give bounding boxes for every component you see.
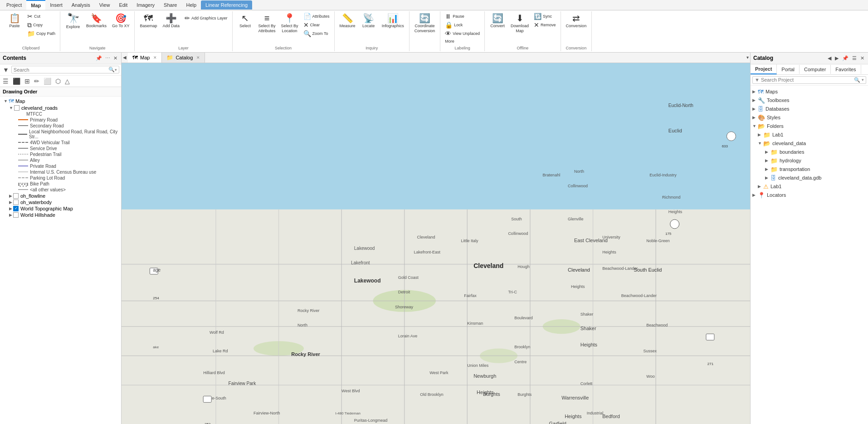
- tab-edit[interactable]: Edit: [114, 0, 132, 10]
- catalog-tab-computer[interactable]: Computer: [800, 65, 831, 74]
- tab-view[interactable]: View: [95, 0, 115, 10]
- tab-share[interactable]: Share: [159, 0, 181, 10]
- tree-item-world-topo[interactable]: ▶ ✓ World Topographic Map: [0, 205, 121, 212]
- hydrology-expand-icon[interactable]: ▶: [765, 158, 770, 163]
- ctree-cleveland-data[interactable]: ▼ 📂 cleveland_data: [751, 139, 868, 148]
- attributes-button[interactable]: 📄 Attributes: [302, 12, 332, 20]
- styles-expand-icon[interactable]: ▶: [752, 115, 757, 120]
- catalog-nav-back[interactable]: ◀: [827, 54, 832, 62]
- ctree-locators[interactable]: ▶ 📍 Locators: [751, 191, 868, 200]
- map-tab-map-close[interactable]: ✕: [153, 55, 157, 60]
- ctree-folders[interactable]: ▼ 📂 Folders: [751, 122, 868, 131]
- tab-map[interactable]: Map: [26, 0, 45, 10]
- explore-button[interactable]: 🔭 Explore: [63, 12, 83, 31]
- conversion-button[interactable]: ⇄ Conversion: [564, 12, 589, 30]
- oh-flowline-checkbox[interactable]: [13, 193, 19, 199]
- world-topo-checkbox[interactable]: ✓: [13, 206, 19, 211]
- ctree-databases[interactable]: ▶ 🗄 Databases: [751, 105, 868, 113]
- oh-waterbody-checkbox[interactable]: [13, 200, 19, 205]
- tree-item-oh-waterbody[interactable]: ▶ oh_waterbody: [0, 199, 121, 205]
- catalog-search-dropdown[interactable]: ▾: [862, 78, 864, 82]
- locators-expand-icon[interactable]: ▶: [752, 193, 757, 197]
- edit-layer-icon[interactable]: ✏: [33, 77, 40, 86]
- databases-expand-icon[interactable]: ▶: [752, 107, 757, 111]
- layers-icon[interactable]: ⬛: [12, 77, 21, 86]
- cleveland-roads-checkbox[interactable]: [14, 105, 20, 111]
- tab-insert[interactable]: Insert: [45, 0, 67, 10]
- tree-item-world-hillshade[interactable]: ▶ World Hillshade: [0, 212, 121, 218]
- ctree-styles[interactable]: ▶ 🎨 Styles: [751, 113, 868, 122]
- cleveland-roads-expand-icon[interactable]: ▼: [9, 106, 13, 110]
- catalog-auto-hide-button[interactable]: 📌: [841, 54, 849, 62]
- search-dropdown-icon[interactable]: ▾: [115, 68, 117, 72]
- ctree-boundaries[interactable]: ▶ 📁 boundaries: [751, 148, 868, 156]
- folders-expand-icon[interactable]: ▼: [752, 124, 757, 128]
- pause-button[interactable]: ⏸ Pause: [443, 12, 482, 20]
- map-expand-icon[interactable]: ▼: [4, 99, 8, 103]
- map-view[interactable]: 254 271 633 175 Euclid-North Euclid Eucl…: [122, 63, 750, 424]
- maps-expand-icon[interactable]: ▶: [752, 89, 757, 94]
- symbol-icon[interactable]: ⬡: [54, 77, 62, 86]
- catalog-menu-button[interactable]: ☰: [851, 54, 858, 62]
- filter-icon[interactable]: ▼: [2, 65, 10, 74]
- go-to-xy-button[interactable]: 🎯 Go To XY: [110, 12, 132, 30]
- toolboxes-expand-icon[interactable]: ▶: [752, 98, 757, 102]
- ctree-maps[interactable]: ▶ 🗺 Maps: [751, 88, 868, 96]
- tab-linear-referencing[interactable]: Linear Referencing: [201, 0, 252, 10]
- world-hillshade-checkbox[interactable]: [13, 212, 19, 218]
- add-graphics-layer-button[interactable]: ✏ Add Graphics Layer: [183, 14, 229, 22]
- bookmarks-button[interactable]: 🔖 Bookmarks: [84, 12, 109, 30]
- tree-item-cleveland-roads[interactable]: ▼ cleveland_roads: [0, 105, 121, 111]
- catalog-tab-portal[interactable]: Portal: [777, 65, 800, 74]
- convert-button[interactable]: 🔄 Convert: [488, 12, 507, 30]
- ctree-lab1-top[interactable]: ▶ 📁 Lab1: [751, 131, 868, 139]
- view-unplaced-button[interactable]: 👁 View Unplaced: [443, 29, 482, 38]
- cut-button[interactable]: ✂ Cut: [25, 12, 57, 20]
- paste-button[interactable]: 📋 Paste: [5, 12, 24, 30]
- remove-button[interactable]: ✕ Remove: [532, 21, 558, 29]
- contents-menu-button[interactable]: ⋯: [104, 54, 111, 62]
- tree-item-map[interactable]: ▼ 🗺 Map: [0, 97, 121, 105]
- ctree-lab1-warn[interactable]: ▶ ⚠ Lab1: [751, 182, 868, 191]
- ctree-transportation[interactable]: ▶ 📁 transportation: [751, 165, 868, 174]
- catalog-tab-project[interactable]: Project: [751, 64, 777, 74]
- labeling-more-button[interactable]: More: [443, 38, 482, 45]
- tab-scroll-left[interactable]: ◀: [122, 53, 128, 62]
- world-topo-expand-icon[interactable]: ▶: [9, 206, 12, 211]
- catalog-close-button[interactable]: ✕: [859, 54, 865, 62]
- boundaries-expand-icon[interactable]: ▶: [765, 150, 770, 154]
- catalog-search-input[interactable]: [761, 77, 853, 83]
- oh-flowline-expand-icon[interactable]: ▶: [9, 194, 12, 198]
- oh-waterbody-expand-icon[interactable]: ▶: [9, 200, 12, 205]
- tab-scroll-dropdown[interactable]: ▾: [745, 53, 750, 62]
- tab-project[interactable]: Project: [2, 0, 26, 10]
- measure-button[interactable]: 📏 Measure: [337, 12, 358, 30]
- graphics-icon[interactable]: △: [64, 77, 71, 86]
- select-by-attributes-button[interactable]: ≡ Select ByAttributes: [256, 12, 278, 35]
- ctree-hydrology[interactable]: ▶ 📁 hydrology: [751, 156, 868, 165]
- lab1-warn-expand-icon[interactable]: ▶: [758, 184, 762, 189]
- locate-button[interactable]: 📡 Locate: [359, 12, 379, 30]
- catalog-nav-forward[interactable]: ▶: [834, 54, 839, 62]
- map-tab-catalog-close[interactable]: ✕: [196, 55, 200, 60]
- cleveland-gdb-expand-icon[interactable]: ▶: [765, 175, 770, 180]
- table-icon[interactable]: ⊞: [24, 77, 31, 86]
- select-by-location-button[interactable]: 📍 Select ByLocation: [279, 12, 301, 35]
- download-map-button[interactable]: ⬇ DownloadMap: [508, 12, 531, 35]
- add-data-button[interactable]: ➕ Add Data: [160, 12, 182, 30]
- cleveland-data-expand-icon[interactable]: ▼: [758, 141, 762, 146]
- lab1-top-expand-icon[interactable]: ▶: [758, 132, 762, 137]
- contents-close-button[interactable]: ✕: [112, 54, 118, 62]
- clear-button[interactable]: ✕ Clear: [302, 21, 332, 29]
- tree-item-oh-flowline[interactable]: ▶ oh_flowline: [0, 193, 121, 199]
- basemap-button[interactable]: 🗺 Basemap: [137, 12, 159, 30]
- world-hillshade-expand-icon[interactable]: ▶: [9, 213, 12, 217]
- catalog-tab-favorites[interactable]: Favorites: [831, 65, 861, 74]
- sync-button[interactable]: 🔃 Sync: [532, 12, 558, 20]
- contents-auto-hide-button[interactable]: 📌: [95, 54, 103, 62]
- contents-search-input[interactable]: [14, 67, 108, 73]
- tab-analysis[interactable]: Analysis: [67, 0, 95, 10]
- list-icon[interactable]: ☰: [2, 77, 10, 86]
- map-tab-catalog[interactable]: 📁 Catalog ✕: [162, 53, 205, 63]
- ctree-toolboxes[interactable]: ▶ 🔧 Toolboxes: [751, 96, 868, 105]
